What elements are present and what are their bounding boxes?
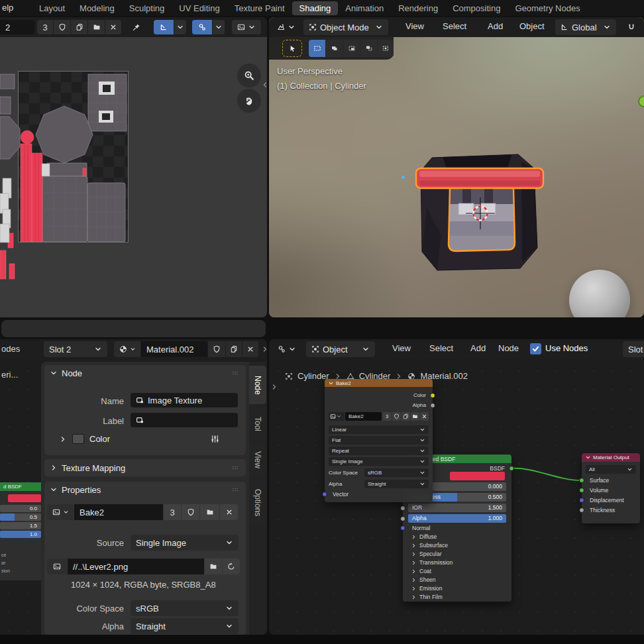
sidebar-expand-icon[interactable] bbox=[270, 383, 278, 391]
color-subpanel-row[interactable]: Color bbox=[59, 434, 110, 444]
node-label-field[interactable] bbox=[131, 413, 238, 427]
tab-rendering[interactable]: Rendering bbox=[391, 1, 445, 15]
uv-gizmos-toggle[interactable] bbox=[154, 20, 174, 34]
section-coat[interactable]: Coat bbox=[411, 568, 431, 574]
partial-slider-roughness[interactable]: 0.5 bbox=[0, 513, 41, 521]
sidebar-expand-icon[interactable] bbox=[270, 82, 278, 90]
surface-input-socket[interactable] bbox=[579, 478, 584, 483]
uv-overlays-toggle[interactable] bbox=[192, 20, 212, 34]
section-transmission[interactable]: Transmission bbox=[411, 559, 453, 566]
shader-menu-select[interactable]: Select bbox=[429, 343, 453, 353]
volume-input-socket[interactable] bbox=[579, 488, 584, 493]
shader-editor-type-button[interactable] bbox=[273, 341, 301, 357]
vector-input-socket[interactable] bbox=[322, 492, 327, 497]
material-fake-user-button[interactable] bbox=[208, 341, 225, 357]
select-intersect-button[interactable] bbox=[378, 40, 394, 57]
node-image-users-button[interactable]: 3 bbox=[382, 412, 392, 421]
region-collapse-icon[interactable] bbox=[261, 81, 267, 89]
image-unlink-button[interactable] bbox=[220, 504, 238, 520]
colorspace-selector[interactable]: sRGB bbox=[364, 468, 429, 477]
ior-input-socket[interactable] bbox=[400, 506, 405, 511]
alpha-output-socket[interactable] bbox=[430, 403, 435, 408]
viewport-menu-object[interactable]: Object bbox=[519, 21, 545, 31]
material-output-node[interactable]: Material Output All Surface Volume Displ… bbox=[582, 453, 640, 523]
colorspace-selector[interactable]: sRGB bbox=[131, 600, 239, 616]
mode-selector[interactable]: Object Mode bbox=[303, 19, 388, 35]
shader-type-selector[interactable]: Object bbox=[306, 341, 375, 357]
use-nodes-checkbox[interactable] bbox=[530, 343, 541, 354]
uv-editor-shelf-strip[interactable] bbox=[1, 320, 266, 337]
section-subsurface[interactable]: Subsurface bbox=[411, 542, 448, 549]
uv-open-image-button[interactable] bbox=[88, 20, 105, 34]
uv-zoom-gizmo[interactable] bbox=[237, 64, 261, 87]
sidebar-tab-view[interactable]: View bbox=[249, 444, 266, 476]
panel-properties-header[interactable]: Properties bbox=[44, 482, 246, 498]
sidebar-tab-node[interactable]: Node bbox=[249, 366, 266, 404]
image-users-button[interactable]: 3 bbox=[164, 504, 181, 520]
panel-texture-mapping[interactable]: Texture Mapping bbox=[44, 459, 246, 476]
color-output-socket[interactable] bbox=[430, 393, 435, 398]
shader-menu-add[interactable]: Add bbox=[470, 343, 486, 353]
section-sheen[interactable]: Sheen bbox=[411, 576, 436, 583]
viewport-editor-type-button[interactable] bbox=[273, 19, 299, 35]
panel-node-header[interactable]: Node bbox=[44, 365, 246, 381]
transform-orientation-selector[interactable]: Global bbox=[555, 19, 616, 35]
viewport-menu-select[interactable]: Select bbox=[443, 21, 466, 31]
material-name-field[interactable]: Material.002 bbox=[141, 341, 207, 357]
grip-dots-icon[interactable] bbox=[230, 464, 241, 472]
filepath-icon-button[interactable] bbox=[47, 559, 67, 574]
source-selector[interactable]: Single Image bbox=[329, 457, 429, 466]
tab-texture-paint[interactable]: Texture Paint bbox=[227, 1, 292, 15]
slot-selector[interactable]: Slot 2 bbox=[44, 341, 107, 357]
image-open-button[interactable] bbox=[200, 504, 219, 520]
viewport-3d[interactable]: Object Mode View Select Add Object Globa… bbox=[269, 17, 644, 317]
section-thin-film[interactable]: Thin Film bbox=[411, 594, 443, 600]
uv-users-count-button[interactable]: 3 bbox=[37, 20, 53, 34]
image-name-field[interactable]: Bake2 bbox=[74, 504, 163, 520]
material-browse-button[interactable] bbox=[114, 341, 140, 357]
uv-gizmos-dropdown[interactable] bbox=[174, 20, 186, 34]
use-nodes-label[interactable]: Use Nodes bbox=[545, 343, 588, 353]
viewport-menu-view[interactable]: View bbox=[405, 21, 424, 31]
grip-dots-icon[interactable] bbox=[230, 369, 241, 377]
filepath-browse-button[interactable] bbox=[205, 559, 222, 574]
use-nodes-clipped[interactable]: odes bbox=[1, 344, 20, 354]
node-image-browse-button[interactable] bbox=[329, 412, 345, 421]
filepath-reload-button[interactable] bbox=[223, 559, 240, 574]
help-menu-clipped[interactable]: elp bbox=[2, 3, 13, 13]
tab-modeling[interactable]: Modeling bbox=[72, 1, 122, 15]
tab-uv-editing[interactable]: UV Editing bbox=[172, 1, 227, 15]
uv-pan-gizmo[interactable] bbox=[237, 89, 261, 113]
tab-layout[interactable]: Layout bbox=[32, 1, 72, 15]
bsdf-output-socket[interactable] bbox=[509, 466, 514, 471]
ior-slider[interactable]: IOR 1.500 bbox=[408, 504, 506, 512]
uv-unlink-image-button[interactable] bbox=[105, 20, 121, 34]
image-texture-node-header[interactable]: Bake2 bbox=[325, 379, 433, 387]
thickness-input-socket[interactable] bbox=[579, 508, 584, 513]
select-subtract-button[interactable] bbox=[343, 40, 360, 57]
tab-animation[interactable]: Animation bbox=[338, 1, 391, 15]
uv-image-name-field[interactable]: 2 bbox=[0, 20, 34, 34]
image-texture-node[interactable]: Bake2 Color Alpha Bake2 3 Linear Flat Re… bbox=[325, 379, 433, 502]
select-box-button[interactable] bbox=[309, 40, 325, 57]
output-target-selector[interactable]: All bbox=[586, 465, 636, 474]
interpolation-selector[interactable]: Linear bbox=[329, 425, 429, 434]
alpha-slider[interactable]: Alpha 1.000 bbox=[408, 514, 506, 523]
normal-input-socket[interactable] bbox=[400, 525, 405, 531]
alpha-input-socket[interactable] bbox=[400, 516, 405, 521]
scene-object-lever-box[interactable] bbox=[412, 148, 549, 277]
uv-display-channels-dropdown[interactable] bbox=[232, 20, 261, 34]
tab-geometry-nodes[interactable]: Geometry Nodes bbox=[508, 1, 587, 15]
section-emission[interactable]: Emission bbox=[411, 585, 442, 592]
section-specular[interactable]: Specular bbox=[411, 551, 442, 557]
output-node-header[interactable]: Material Output bbox=[582, 453, 640, 462]
projection-selector[interactable]: Flat bbox=[329, 436, 429, 445]
uv-fake-user-button[interactable] bbox=[54, 20, 70, 34]
sidebar-tab-tool[interactable]: Tool bbox=[249, 408, 266, 440]
shader-menu-node[interactable]: Node bbox=[498, 343, 519, 353]
node-image-fake-user-button[interactable] bbox=[392, 412, 401, 421]
shader-right-canvas[interactable]: Cylinder Cylinder Material.002 Principle… bbox=[269, 362, 644, 635]
node-image-open-button[interactable] bbox=[411, 412, 419, 421]
displacement-input-socket[interactable] bbox=[579, 498, 584, 503]
slot-selector-clipped[interactable]: Slot 2 bbox=[623, 341, 644, 357]
